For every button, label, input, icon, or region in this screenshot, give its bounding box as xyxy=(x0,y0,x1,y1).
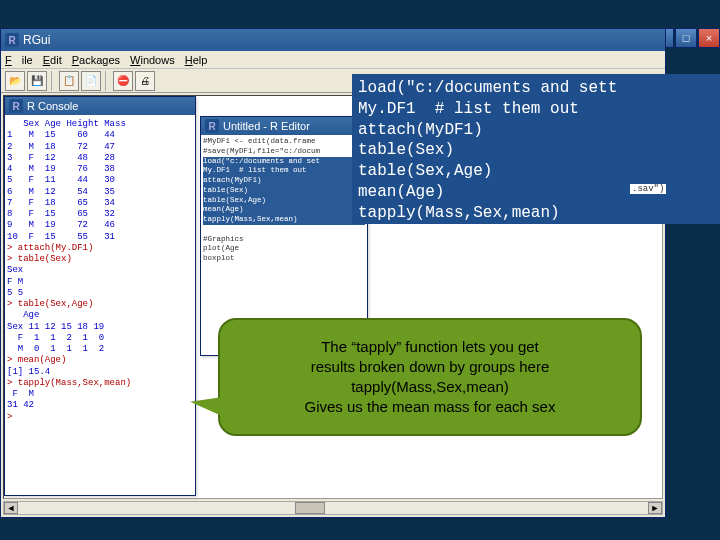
scroll-track[interactable] xyxy=(18,502,648,514)
toolbar-open-icon[interactable]: 📂 xyxy=(5,71,25,91)
editor-title: Untitled - R Editor xyxy=(223,120,310,132)
menu-packages[interactable]: Packages xyxy=(72,54,120,66)
toolbar-stop-icon[interactable]: ⛔ xyxy=(113,71,133,91)
enlarged-code-overlay: load("c:/documents and sett My.DF1 # lis… xyxy=(352,74,720,224)
close-button[interactable]: × xyxy=(698,28,720,48)
scroll-left-icon[interactable]: ◄ xyxy=(4,502,18,514)
r-console-window: R R Console Sex Age Height Mass 1 M 15 6… xyxy=(4,96,196,496)
title-bar: R RGui xyxy=(1,29,665,51)
toolbar-paste-icon[interactable]: 📄 xyxy=(81,71,101,91)
menu-edit[interactable]: Edit xyxy=(43,54,62,66)
callout-line: results broken down by groups here xyxy=(305,357,556,377)
console-output[interactable]: Sex Age Height Mass 1 M 15 60 44 2 M 18 … xyxy=(5,115,195,427)
maximize-button[interactable]: □ xyxy=(675,28,697,48)
toolbar-copy-icon[interactable]: 📋 xyxy=(59,71,79,91)
r-logo-icon: R xyxy=(205,119,219,133)
horizontal-scrollbar[interactable]: ◄ ► xyxy=(3,501,663,515)
toolbar-separator xyxy=(51,71,55,91)
console-title-bar[interactable]: R R Console xyxy=(5,97,195,115)
toolbar-save-icon[interactable]: 💾 xyxy=(27,71,47,91)
code-fragment: .sav") xyxy=(630,184,666,194)
scroll-right-icon[interactable]: ► xyxy=(648,502,662,514)
menu-windows[interactable]: Windows xyxy=(130,54,175,66)
menu-help[interactable]: Help xyxy=(185,54,208,66)
toolbar-separator xyxy=(105,71,109,91)
toolbar-print-icon[interactable]: 🖨 xyxy=(135,71,155,91)
menu-file[interactable]: File xyxy=(5,54,33,66)
editor-text[interactable]: #MyDF1 <- edit(data.frame #save(MyDF1,fi… xyxy=(201,135,367,266)
callout-line: The “tapply” function lets you get xyxy=(305,337,556,357)
callout-line: tapply(Mass,Sex,mean) xyxy=(305,377,556,397)
editor-title-bar[interactable]: R Untitled - R Editor xyxy=(201,117,367,135)
app-title: RGui xyxy=(23,33,50,47)
r-logo-icon: R xyxy=(5,33,19,47)
r-logo-icon: R xyxy=(9,99,23,113)
callout-line: Gives us the mean mass for each sex xyxy=(305,397,556,417)
explanation-callout: The “tapply” function lets you get resul… xyxy=(218,318,642,436)
console-title: R Console xyxy=(27,100,78,112)
menu-bar: File Edit Packages Windows Help xyxy=(1,51,665,69)
scroll-thumb[interactable] xyxy=(295,502,325,514)
